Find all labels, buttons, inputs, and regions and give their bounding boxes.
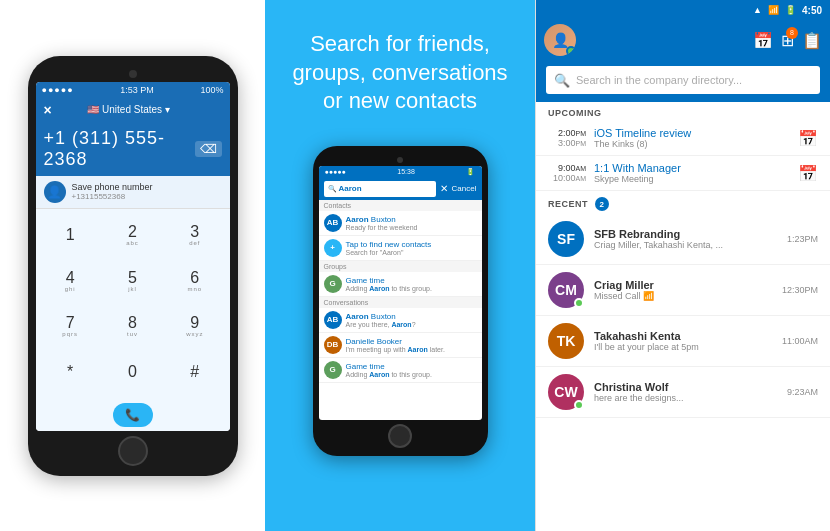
upcoming-times-2: 9:00AM 10:00AM	[548, 163, 586, 183]
clear-search-icon[interactable]: ✕	[440, 183, 448, 194]
key-8[interactable]: 8tuv	[102, 304, 163, 349]
sfb-time: 1:23PM	[787, 234, 818, 244]
find-contacts-info: Tap to find new contacts Search for "Aar…	[346, 240, 477, 256]
save-label: Save phone number	[72, 182, 153, 192]
start-time-1: 2:00PM	[558, 128, 586, 138]
signal-dots: ●●●●●	[42, 85, 74, 95]
sfb-info: SFB Rebranding Criag Miller, Takahashi K…	[594, 228, 777, 250]
takahashi-avatar: TK	[548, 323, 584, 359]
home-button[interactable]	[118, 436, 148, 466]
key-5[interactable]: 5jkl	[102, 258, 163, 303]
find-contacts-label: Tap to find new contacts	[346, 240, 477, 249]
group-status: Adding Aaron to this group.	[346, 285, 477, 292]
battery-text: 100%	[200, 85, 223, 95]
calendar-icon-1: 📅	[798, 129, 818, 148]
dialer-number-area: +1 (311) 555-2368 ⌫	[36, 122, 230, 176]
search-magnifier-icon: 🔍	[328, 185, 337, 193]
takahashi-sub: I'll be at your place at 5pm	[594, 342, 772, 352]
key-3[interactable]: 3def	[164, 213, 225, 258]
christina-info: Christina Wolf here are the designs...	[594, 381, 777, 403]
user-status-dot	[566, 46, 576, 56]
danielle-avatar: DB	[324, 336, 342, 354]
battery-icon: 🔋	[785, 5, 796, 15]
conv-aaron[interactable]: AB Aaron Buxton Are you there, Aaron?	[319, 308, 482, 333]
recent-label: RECENT	[548, 199, 588, 209]
upcoming-item-1[interactable]: 2:00PM 3:00PM iOS Timeline review The Ki…	[536, 121, 830, 156]
christina-time: 9:23AM	[787, 387, 818, 397]
takahashi-time: 11:00AM	[782, 336, 818, 346]
key-1[interactable]: 1	[40, 213, 101, 258]
criag-status-dot	[574, 298, 584, 308]
phone-camera	[129, 70, 137, 78]
middle-phone-frame: ●●●●● 15:38 🔋 🔍 Aaron ✕ Cancel Contacts …	[313, 146, 488, 456]
cancel-search-button[interactable]: Cancel	[452, 184, 477, 193]
app-top-bar: 👤 📅 ⊞ 8 📋	[536, 20, 830, 60]
android-status-bar: ▲ 📶 🔋 4:50	[536, 0, 830, 20]
aaron-name: Aaron Buxton	[346, 215, 477, 224]
key-star[interactable]: *	[40, 350, 101, 395]
conversations-section-label: Conversations	[319, 297, 482, 308]
sfb-sub: Criag Miller, Takahashi Kenta, ...	[594, 240, 777, 250]
back-button[interactable]: ×	[44, 102, 52, 118]
key-7[interactable]: 7pqrs	[40, 304, 101, 349]
criag-info: Criag Miller Missed Call 📶	[594, 279, 772, 301]
key-0[interactable]: 0	[102, 350, 163, 395]
aaron-status: Ready for the weekend	[346, 224, 477, 231]
key-9[interactable]: 9wxyz	[164, 304, 225, 349]
call-btn-area: 📞	[36, 399, 230, 431]
country-selector[interactable]: 🇺🇸 United States ▾	[87, 104, 170, 115]
sfb-avatar: SF	[548, 221, 584, 257]
find-new-contacts[interactable]: + Tap to find new contacts Search for "A…	[319, 236, 482, 261]
conv-danielle[interactable]: DB Danielle Booker I'm meeting up with A…	[319, 333, 482, 358]
dialed-number: +1 (311) 555-2368	[44, 128, 195, 170]
search-icon: 🔍	[554, 73, 570, 88]
chevron-icon: ▾	[165, 104, 170, 115]
right-panel: ▲ 📶 🔋 4:50 👤 📅 ⊞ 8 📋 🔍 Search in the com…	[535, 0, 830, 531]
country-name: United States	[102, 104, 162, 115]
signal-icon: 📶	[768, 5, 779, 15]
phone-notch	[36, 66, 230, 82]
calendar-icon-2: 📅	[798, 164, 818, 183]
wifi-icon: ▲	[753, 5, 762, 15]
calendar-button[interactable]: 📅	[753, 31, 773, 50]
takahashi-name: Takahashi Kenta	[594, 330, 772, 342]
group-game-time[interactable]: G Game time Adding Aaron to this group.	[319, 272, 482, 297]
contact-aaron-buxton[interactable]: AB Aaron Buxton Ready for the weekend	[319, 211, 482, 236]
keypad-button[interactable]: ⊞ 8	[781, 31, 794, 50]
key-6[interactable]: 6mno	[164, 258, 225, 303]
middle-search-input[interactable]: 🔍 Aaron	[324, 181, 436, 197]
middle-home-button[interactable]	[388, 424, 412, 448]
middle-phone-notch	[319, 154, 482, 166]
middle-search-bar: 🔍 Aaron ✕ Cancel	[319, 178, 482, 200]
recent-item-criag[interactable]: CM Criag Miller Missed Call 📶 12:30PM	[536, 265, 830, 316]
criag-sub: Missed Call 📶	[594, 291, 772, 301]
recent-item-christina[interactable]: CW Christina Wolf here are the designs..…	[536, 367, 830, 418]
save-text-block: Save phone number +13115552368	[72, 182, 153, 201]
christina-status-dot	[574, 400, 584, 410]
call-button[interactable]: 📞	[113, 403, 153, 427]
recent-badge: 2	[595, 197, 609, 211]
recent-item-sfb[interactable]: SF SFB Rebranding Criag Miller, Takahash…	[536, 214, 830, 265]
key-4[interactable]: 4ghi	[40, 258, 101, 303]
upcoming-section-header: UPCOMING	[536, 102, 830, 121]
search-bar[interactable]: 🔍 Search in the company directory...	[546, 66, 820, 94]
find-contacts-sub: Search for "Aaron"	[346, 249, 477, 256]
key-hash[interactable]: #	[164, 350, 225, 395]
search-placeholder: Search in the company directory...	[576, 74, 742, 86]
delete-button[interactable]: ⌫	[195, 141, 222, 157]
contacts-button[interactable]: 📋	[802, 31, 822, 50]
middle-headline: Search for friends, groups, conversation…	[285, 30, 515, 116]
left-phone-wrapper: ●●●●● 1:53 PM 100% × 🇺🇸 United States ▾ …	[0, 0, 265, 531]
recent-section-header: RECENT 2	[536, 191, 830, 214]
save-sub-number: +13115552368	[72, 192, 153, 201]
conv-game-time[interactable]: G Game time Adding Aaron to this group.	[319, 358, 482, 383]
key-2[interactable]: 2abc	[102, 213, 163, 258]
upcoming-item-2[interactable]: 9:00AM 10:00AM 1:1 With Manager Skype Me…	[536, 156, 830, 191]
save-icon: 👤	[44, 181, 66, 203]
aaron-info: Aaron Buxton Ready for the weekend	[346, 215, 477, 231]
save-number-row[interactable]: 👤 Save phone number +13115552368	[36, 176, 230, 209]
contacts-section-label: Contacts	[319, 200, 482, 211]
user-avatar[interactable]: 👤	[544, 24, 576, 56]
recent-item-takahashi[interactable]: TK Takahashi Kenta I'll be at your place…	[536, 316, 830, 367]
conv-game-name: Game time	[346, 362, 477, 371]
